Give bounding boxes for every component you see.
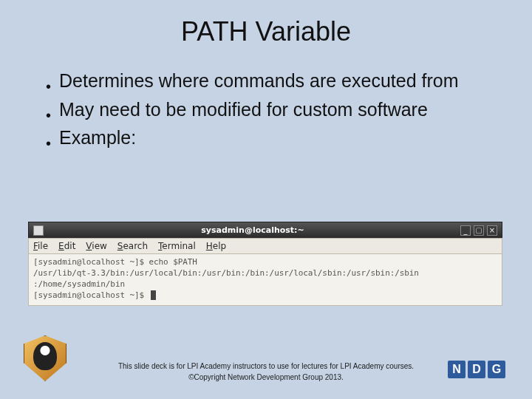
ndg-logo-n: N (448, 361, 466, 378)
bullet-list: Determines where commands are executed f… (0, 69, 532, 154)
terminal-line: [sysadmin@localhost ~]$ echo $PATH (33, 257, 497, 268)
menu-terminal[interactable]: Terminal (158, 241, 196, 251)
menu-edit[interactable]: Edit (58, 241, 75, 251)
menu-view[interactable]: View (86, 241, 106, 251)
bullet-icon (46, 98, 59, 126)
close-button[interactable]: × (487, 225, 497, 236)
terminal-title: sysadmin@localhost:~ (48, 225, 457, 235)
ndg-logo: N D G (448, 361, 505, 378)
bullet-icon (46, 69, 59, 97)
terminal-body[interactable]: [sysadmin@localhost ~]$ echo $PATH /usr/… (28, 254, 502, 306)
slide-title: PATH Variable (0, 0, 532, 69)
ndg-logo-d: D (468, 361, 485, 378)
bullet-icon (46, 126, 59, 154)
terminal-app-icon (33, 225, 44, 236)
menu-search[interactable]: Search (117, 241, 148, 251)
terminal-line: /usr/lib/qt-3.3/bin:/usr/local/bin:/usr/… (33, 268, 497, 279)
terminal-cursor-icon (151, 290, 156, 300)
list-item: Example: (46, 126, 486, 154)
menu-file[interactable]: File (33, 241, 48, 251)
minimize-button[interactable]: _ (460, 225, 471, 236)
terminal-line: [sysadmin@localhost ~]$ (33, 290, 497, 301)
bullet-text: May need to be modified for custom softw… (59, 98, 428, 121)
maximize-button[interactable]: ▢ (474, 225, 484, 236)
menu-help[interactable]: Help (206, 241, 226, 251)
list-item: Determines where commands are executed f… (46, 69, 486, 97)
bullet-text: Determines where commands are executed f… (59, 69, 459, 92)
bullet-text: Example: (59, 126, 136, 149)
list-item: May need to be modified for custom softw… (46, 98, 486, 126)
terminal-window: sysadmin@localhost:~ _ ▢ × File Edit Vie… (28, 222, 502, 306)
terminal-menubar: File Edit View Search Terminal Help (28, 238, 502, 254)
ndg-logo-g: G (488, 361, 505, 378)
terminal-titlebar: sysadmin@localhost:~ _ ▢ × (28, 222, 502, 238)
terminal-line: :/home/sysadmin/bin (33, 279, 497, 290)
